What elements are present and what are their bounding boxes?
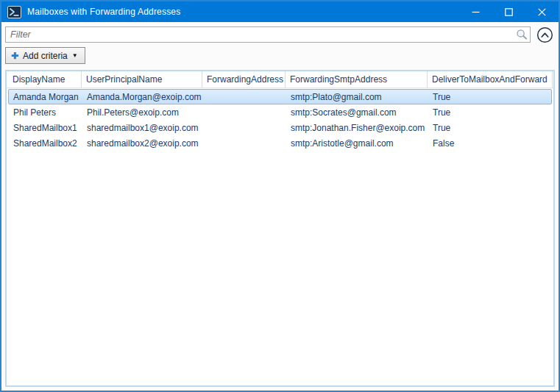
table-cell: SharedMailbox2	[9, 138, 82, 149]
close-button[interactable]	[525, 1, 559, 22]
chevron-up-circle-icon	[536, 26, 553, 43]
filter-box	[5, 26, 531, 43]
window-title: Mailboxes with Forwarding Addresses	[27, 7, 180, 17]
maximize-button[interactable]	[492, 1, 525, 22]
add-criteria-button[interactable]: ✚ Add criteria ▼	[5, 47, 85, 64]
table-cell: smtp:Socrates@gmail.com	[286, 107, 428, 118]
table-cell: True	[428, 107, 553, 118]
table-cell: Phil.Peters@exoip.com	[82, 107, 203, 118]
table-cell: True	[428, 92, 553, 102]
column-header-forwardingsmtpaddress[interactable]: ForwardingSmtpAddress	[286, 71, 428, 88]
filter-input[interactable]	[5, 26, 531, 43]
powershell-icon	[7, 6, 21, 18]
table-cell: Amanda Morgan	[9, 92, 82, 102]
table-cell: Amanda.Morgan@exoip.com	[82, 92, 203, 102]
table-cell: SharedMailbox1	[9, 123, 82, 133]
table-cell: sharedmailbox2@exoip.com	[82, 138, 203, 149]
window-controls	[459, 1, 559, 22]
chevron-down-icon: ▼	[72, 53, 78, 59]
filter-row	[1, 22, 559, 44]
table-row[interactable]: SharedMailbox2sharedmailbox2@exoip.comsm…	[8, 135, 552, 151]
titlebar: Mailboxes with Forwarding Addresses	[1, 1, 559, 22]
close-icon	[538, 8, 546, 16]
results-grid: DisplayNameUserPrincipalNameForwardingAd…	[5, 70, 555, 387]
table-row[interactable]: Phil PetersPhil.Peters@exoip.comsmtp:Soc…	[8, 104, 552, 120]
search-icon	[516, 29, 528, 40]
table-cell: smtp:Jonathan.Fisher@exoip.com	[286, 123, 428, 133]
column-header-displayname[interactable]: DisplayName	[8, 71, 82, 88]
table-cell: False	[428, 138, 553, 149]
collapse-filter-button[interactable]	[536, 26, 553, 43]
app-window: Mailboxes with Forwarding Addresses	[0, 0, 560, 392]
criteria-row: ✚ Add criteria ▼	[1, 44, 559, 69]
table-cell: smtp:Plato@gmail.com	[286, 92, 428, 102]
grid-body: Amanda MorganAmanda.Morgan@exoip.comsmtp…	[7, 88, 553, 385]
column-header-userprincipalname[interactable]: UserPrincipalName	[82, 71, 202, 88]
column-header-delivertomailboxandforward[interactable]: DeliverToMailboxAndForward	[428, 71, 553, 88]
column-header-forwardingaddress[interactable]: ForwardingAddress	[202, 71, 286, 88]
minimize-button[interactable]	[459, 1, 492, 22]
table-cell: True	[428, 123, 553, 133]
table-row[interactable]: SharedMailbox1sharedmailbox1@exoip.comsm…	[8, 120, 552, 135]
plus-icon: ✚	[11, 51, 18, 60]
maximize-icon	[505, 8, 513, 16]
table-cell: smtp:Aristotle@gmail.com	[286, 138, 428, 149]
minimize-icon	[472, 8, 480, 16]
table-cell: Phil Peters	[9, 107, 82, 118]
table-row[interactable]: Amanda MorganAmanda.Morgan@exoip.comsmtp…	[8, 89, 552, 104]
add-criteria-label: Add criteria	[23, 51, 68, 61]
grid-header: DisplayNameUserPrincipalNameForwardingAd…	[7, 71, 553, 88]
table-cell: sharedmailbox1@exoip.com	[82, 123, 203, 133]
